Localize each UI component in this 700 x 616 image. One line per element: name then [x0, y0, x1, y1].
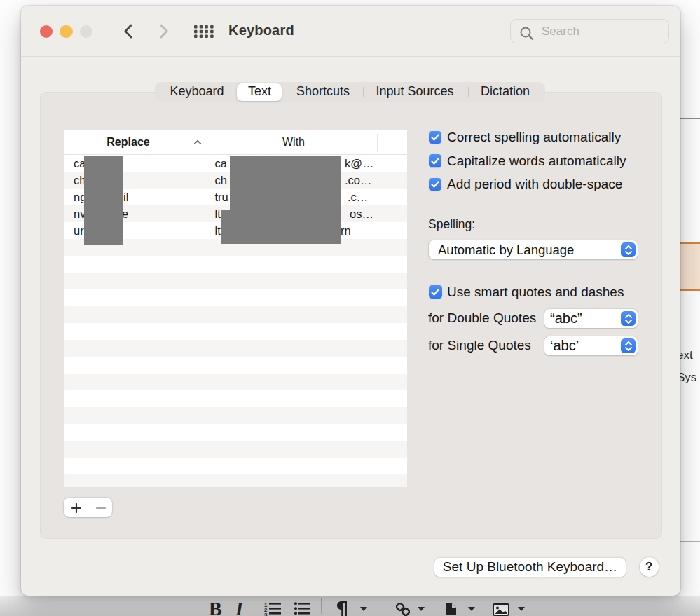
svg-text:3: 3	[264, 612, 268, 616]
